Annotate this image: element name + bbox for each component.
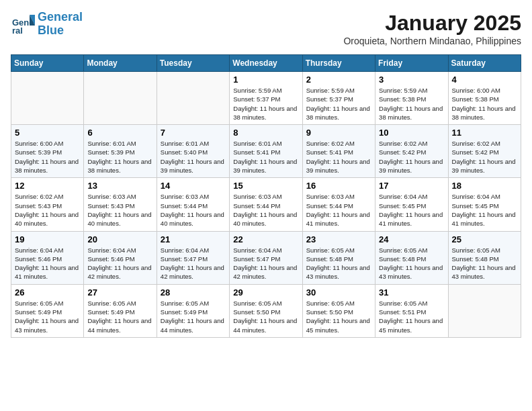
day-number: 6 xyxy=(87,128,152,138)
day-number: 1 xyxy=(233,75,298,85)
logo-line2: Blue xyxy=(38,24,64,37)
day-info: Sunrise: 6:04 AM Sunset: 5:45 PM Dayligh… xyxy=(379,192,444,228)
calendar-cell: 20Sunrise: 6:04 AM Sunset: 5:46 PM Dayli… xyxy=(84,231,157,284)
calendar-week-2: 5Sunrise: 6:00 AM Sunset: 5:39 PM Daylig… xyxy=(11,125,521,178)
calendar-cell: 27Sunrise: 6:05 AM Sunset: 5:49 PM Dayli… xyxy=(84,284,157,337)
day-number: 17 xyxy=(379,181,444,191)
calendar-cell: 15Sunrise: 6:03 AM Sunset: 5:44 PM Dayli… xyxy=(230,178,302,231)
calendar-cell: 26Sunrise: 6:05 AM Sunset: 5:49 PM Dayli… xyxy=(11,284,84,337)
title-block: January 2025 Oroquieta, Northern Mindana… xyxy=(343,11,521,46)
day-number: 3 xyxy=(379,75,444,85)
day-number: 13 xyxy=(87,181,152,191)
day-info: Sunrise: 6:02 AM Sunset: 5:42 PM Dayligh… xyxy=(379,139,444,175)
calendar-week-4: 19Sunrise: 6:04 AM Sunset: 5:46 PM Dayli… xyxy=(11,231,521,284)
calendar-week-1: 1Sunrise: 5:59 AM Sunset: 5:37 PM Daylig… xyxy=(11,72,521,125)
day-info: Sunrise: 6:04 AM Sunset: 5:45 PM Dayligh… xyxy=(452,192,517,228)
day-info: Sunrise: 6:05 AM Sunset: 5:49 PM Dayligh… xyxy=(87,299,152,334)
calendar-week-3: 12Sunrise: 6:02 AM Sunset: 5:43 PM Dayli… xyxy=(11,178,521,231)
page-header: Gene ral General Blue January 2025 Oroqu… xyxy=(11,11,521,46)
day-info: Sunrise: 6:01 AM Sunset: 5:40 PM Dayligh… xyxy=(161,139,226,175)
day-number: 21 xyxy=(161,234,226,244)
day-info: Sunrise: 6:05 AM Sunset: 5:50 PM Dayligh… xyxy=(233,299,298,334)
day-info: Sunrise: 6:05 AM Sunset: 5:49 PM Dayligh… xyxy=(15,299,80,334)
calendar-cell xyxy=(84,72,157,125)
day-number: 20 xyxy=(87,234,152,244)
day-number: 10 xyxy=(379,128,444,138)
weekday-header-wednesday: Wednesday xyxy=(230,55,302,72)
weekday-header-friday: Friday xyxy=(375,55,448,72)
calendar-cell: 18Sunrise: 6:04 AM Sunset: 5:45 PM Dayli… xyxy=(448,178,521,231)
calendar-cell xyxy=(11,72,84,125)
day-info: Sunrise: 6:04 AM Sunset: 5:46 PM Dayligh… xyxy=(87,246,152,281)
day-number: 31 xyxy=(379,287,444,298)
calendar-cell: 25Sunrise: 6:05 AM Sunset: 5:48 PM Dayli… xyxy=(448,231,521,284)
weekday-header-saturday: Saturday xyxy=(448,55,521,72)
day-number: 26 xyxy=(15,287,80,298)
calendar-cell: 19Sunrise: 6:04 AM Sunset: 5:46 PM Dayli… xyxy=(11,231,84,284)
day-info: Sunrise: 6:05 AM Sunset: 5:48 PM Dayligh… xyxy=(379,246,444,281)
calendar-cell: 11Sunrise: 6:02 AM Sunset: 5:42 PM Dayli… xyxy=(448,125,521,178)
calendar-cell: 14Sunrise: 6:03 AM Sunset: 5:44 PM Dayli… xyxy=(157,178,229,231)
calendar-cell: 10Sunrise: 6:02 AM Sunset: 5:42 PM Dayli… xyxy=(375,125,448,178)
calendar-cell: 3Sunrise: 5:59 AM Sunset: 5:38 PM Daylig… xyxy=(375,72,448,125)
calendar-cell: 23Sunrise: 6:05 AM Sunset: 5:48 PM Dayli… xyxy=(302,231,375,284)
day-info: Sunrise: 6:01 AM Sunset: 5:41 PM Dayligh… xyxy=(233,139,298,175)
day-info: Sunrise: 6:04 AM Sunset: 5:46 PM Dayligh… xyxy=(15,246,80,281)
calendar-cell: 4Sunrise: 6:00 AM Sunset: 5:38 PM Daylig… xyxy=(448,72,521,125)
calendar-cell: 29Sunrise: 6:05 AM Sunset: 5:50 PM Dayli… xyxy=(230,284,302,337)
day-number: 19 xyxy=(15,234,80,244)
calendar-cell: 1Sunrise: 5:59 AM Sunset: 5:37 PM Daylig… xyxy=(230,72,302,125)
calendar-cell: 21Sunrise: 6:04 AM Sunset: 5:47 PM Dayli… xyxy=(157,231,229,284)
calendar-cell: 30Sunrise: 6:05 AM Sunset: 5:50 PM Dayli… xyxy=(302,284,375,337)
calendar-cell: 8Sunrise: 6:01 AM Sunset: 5:41 PM Daylig… xyxy=(230,125,302,178)
day-info: Sunrise: 6:01 AM Sunset: 5:39 PM Dayligh… xyxy=(87,139,152,175)
day-info: Sunrise: 6:02 AM Sunset: 5:42 PM Dayligh… xyxy=(452,139,517,175)
location: Oroquieta, Northern Mindanao, Philippine… xyxy=(343,36,521,46)
calendar-cell: 9Sunrise: 6:02 AM Sunset: 5:41 PM Daylig… xyxy=(302,125,375,178)
calendar-cell: 12Sunrise: 6:02 AM Sunset: 5:43 PM Dayli… xyxy=(11,178,84,231)
day-number: 15 xyxy=(233,181,298,191)
day-number: 12 xyxy=(15,181,80,191)
logo: Gene ral General Blue xyxy=(11,11,83,38)
calendar-cell: 2Sunrise: 5:59 AM Sunset: 5:37 PM Daylig… xyxy=(302,72,375,125)
month-title: January 2025 xyxy=(343,11,521,36)
day-info: Sunrise: 6:05 AM Sunset: 5:50 PM Dayligh… xyxy=(306,299,371,334)
svg-text:ral: ral xyxy=(12,26,23,36)
day-number: 16 xyxy=(306,181,371,191)
day-info: Sunrise: 6:00 AM Sunset: 5:38 PM Dayligh… xyxy=(452,86,517,122)
calendar-cell xyxy=(448,284,521,337)
day-info: Sunrise: 6:03 AM Sunset: 5:44 PM Dayligh… xyxy=(161,192,226,228)
weekday-header-monday: Monday xyxy=(84,55,157,72)
day-info: Sunrise: 6:05 AM Sunset: 5:48 PM Dayligh… xyxy=(306,246,371,281)
calendar-cell: 17Sunrise: 6:04 AM Sunset: 5:45 PM Dayli… xyxy=(375,178,448,231)
calendar-cell: 31Sunrise: 6:05 AM Sunset: 5:51 PM Dayli… xyxy=(375,284,448,337)
calendar-cell: 22Sunrise: 6:04 AM Sunset: 5:47 PM Dayli… xyxy=(230,231,302,284)
calendar-cell: 28Sunrise: 6:05 AM Sunset: 5:49 PM Dayli… xyxy=(157,284,229,337)
day-number: 9 xyxy=(306,128,371,138)
calendar-cell: 7Sunrise: 6:01 AM Sunset: 5:40 PM Daylig… xyxy=(157,125,229,178)
day-number: 14 xyxy=(161,181,226,191)
logo-icon: Gene ral xyxy=(11,12,35,36)
day-info: Sunrise: 6:02 AM Sunset: 5:43 PM Dayligh… xyxy=(15,192,80,228)
day-number: 28 xyxy=(161,287,226,298)
calendar-cell: 13Sunrise: 6:03 AM Sunset: 5:43 PM Dayli… xyxy=(84,178,157,231)
day-info: Sunrise: 6:04 AM Sunset: 5:47 PM Dayligh… xyxy=(161,246,226,281)
day-info: Sunrise: 6:02 AM Sunset: 5:41 PM Dayligh… xyxy=(306,139,371,175)
day-number: 7 xyxy=(161,128,226,138)
calendar-cell: 6Sunrise: 6:01 AM Sunset: 5:39 PM Daylig… xyxy=(84,125,157,178)
weekday-header-tuesday: Tuesday xyxy=(157,55,229,72)
day-info: Sunrise: 6:05 AM Sunset: 5:48 PM Dayligh… xyxy=(452,246,517,281)
calendar-cell: 5Sunrise: 6:00 AM Sunset: 5:39 PM Daylig… xyxy=(11,125,84,178)
day-number: 24 xyxy=(379,234,444,244)
day-number: 25 xyxy=(452,234,517,244)
day-number: 8 xyxy=(233,128,298,138)
day-info: Sunrise: 5:59 AM Sunset: 5:38 PM Dayligh… xyxy=(379,86,444,122)
logo-text: General Blue xyxy=(38,11,83,38)
day-info: Sunrise: 6:03 AM Sunset: 5:43 PM Dayligh… xyxy=(87,192,152,228)
day-info: Sunrise: 6:05 AM Sunset: 5:51 PM Dayligh… xyxy=(379,299,444,334)
day-number: 11 xyxy=(452,128,517,138)
day-info: Sunrise: 5:59 AM Sunset: 5:37 PM Dayligh… xyxy=(233,86,298,122)
logo-line1: General xyxy=(38,10,83,24)
day-number: 5 xyxy=(15,128,80,138)
day-info: Sunrise: 6:03 AM Sunset: 5:44 PM Dayligh… xyxy=(306,192,371,228)
